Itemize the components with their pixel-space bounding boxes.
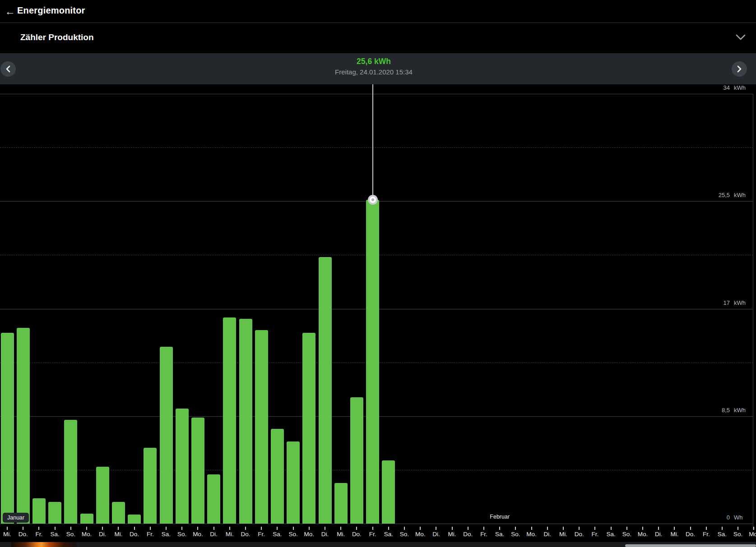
- bar[interactable]: [223, 317, 236, 524]
- x-tick: [690, 527, 691, 530]
- next-card-image-preview[interactable]: [11, 542, 77, 547]
- bar[interactable]: [128, 515, 141, 524]
- selection-marker-dot: [368, 195, 378, 205]
- x-label: Fr.: [364, 531, 382, 538]
- bar[interactable]: [239, 319, 252, 524]
- y-axis-value: 17: [724, 299, 730, 306]
- y-axis-label: 25,5kWh: [719, 192, 748, 200]
- bar[interactable]: [334, 483, 348, 524]
- bar[interactable]: [176, 409, 189, 524]
- x-tick: [674, 527, 675, 530]
- bar[interactable]: [32, 498, 46, 524]
- bar[interactable]: [302, 333, 315, 524]
- gridline: [0, 524, 753, 524]
- x-label: Sa.: [46, 531, 64, 538]
- x-label: Sa.: [268, 531, 286, 538]
- x-label: Sa.: [157, 531, 175, 538]
- x-tick: [229, 527, 230, 530]
- x-label: Mi.: [332, 531, 350, 538]
- x-tick: [102, 527, 103, 530]
- x-label: Sa.: [713, 531, 731, 538]
- x-label: Do.: [459, 531, 477, 538]
- x-tick: [293, 527, 294, 530]
- x-label: Fr.: [141, 531, 159, 538]
- bar[interactable]: [64, 420, 77, 524]
- x-tick: [70, 527, 71, 530]
- month-label: Februar: [490, 514, 510, 520]
- x-label: Mi.: [109, 531, 127, 538]
- x-tick: [706, 527, 707, 530]
- bar[interactable]: [160, 347, 173, 524]
- x-tick: [166, 527, 167, 530]
- bar[interactable]: [207, 474, 220, 524]
- chart-area: 34kWh25,5kWh17kWh8,5kWh0WhMi.Do.Fr.Sa.So…: [0, 0, 756, 547]
- x-label: So.: [506, 531, 524, 538]
- x-tick: [372, 527, 373, 530]
- y-axis-label: 34kWh: [724, 84, 748, 92]
- x-tick: [436, 527, 436, 530]
- bar[interactable]: [191, 418, 204, 524]
- y-axis-value: 25,5: [719, 192, 730, 198]
- bar[interactable]: [255, 330, 268, 524]
- x-tick: [261, 527, 262, 530]
- energy-monitor-screen: ← Energiemonitor Zähler Produktion 25,6 …: [0, 0, 756, 547]
- x-tick: [181, 527, 182, 530]
- bar[interactable]: [271, 429, 284, 524]
- bar[interactable]: [48, 502, 61, 524]
- bar[interactable]: [1, 333, 14, 524]
- x-label: Fr.: [252, 531, 270, 538]
- x-tick: [404, 527, 405, 530]
- y-axis-unit: kWh: [734, 84, 748, 91]
- x-tick: [658, 527, 659, 530]
- x-label: Mo.: [523, 531, 541, 538]
- x-tick: [388, 527, 389, 530]
- scrollbar-thumb[interactable]: [625, 544, 756, 547]
- bar[interactable]: [382, 460, 395, 524]
- x-tick: [579, 527, 580, 530]
- x-tick: [642, 527, 643, 530]
- x-label: Do.: [237, 531, 255, 538]
- y-axis-value: 8,5: [722, 407, 730, 414]
- x-label: So.: [729, 531, 747, 538]
- y-axis-label: 0Wh: [727, 514, 748, 522]
- x-tick: [531, 527, 532, 530]
- x-label: So.: [284, 531, 302, 538]
- y-axis-unit: kWh: [734, 299, 748, 306]
- bar[interactable]: [319, 257, 332, 524]
- x-tick: [515, 527, 516, 530]
- y-axis-label: 17kWh: [724, 299, 748, 308]
- bar[interactable]: [96, 467, 109, 524]
- x-label: So.: [173, 531, 191, 538]
- bar[interactable]: [366, 200, 379, 524]
- bar[interactable]: [80, 514, 93, 524]
- x-tick: [245, 527, 246, 530]
- x-label: Di.: [427, 531, 445, 538]
- y-axis-unit: Wh: [734, 514, 748, 521]
- x-tick: [753, 527, 754, 530]
- bar[interactable]: [112, 502, 125, 524]
- x-tick: [38, 527, 39, 530]
- x-label: Mi.: [554, 531, 572, 538]
- x-label: Mi.: [665, 531, 683, 538]
- bar[interactable]: [350, 397, 363, 524]
- bar[interactable]: [287, 441, 300, 524]
- y-axis-label: 8,5kWh: [722, 407, 748, 415]
- x-label: Di.: [316, 531, 334, 538]
- x-label: Mo.: [189, 531, 207, 538]
- x-label: Mi.: [221, 531, 239, 538]
- bar[interactable]: [144, 448, 157, 524]
- x-label: Di.: [93, 531, 111, 538]
- x-tick: [213, 527, 214, 530]
- x-tick: [7, 527, 8, 530]
- month-label: Januar: [3, 513, 29, 523]
- x-label: Mo.: [78, 531, 96, 538]
- x-label: Fr.: [697, 531, 715, 538]
- x-tick: [23, 527, 23, 530]
- x-tick: [340, 527, 341, 530]
- bar[interactable]: [17, 328, 30, 524]
- x-label: Fr.: [475, 531, 493, 538]
- x-label: Do.: [570, 531, 588, 538]
- bottom-strip: [0, 542, 756, 547]
- x-tick: [626, 527, 627, 530]
- x-tick: [483, 527, 484, 530]
